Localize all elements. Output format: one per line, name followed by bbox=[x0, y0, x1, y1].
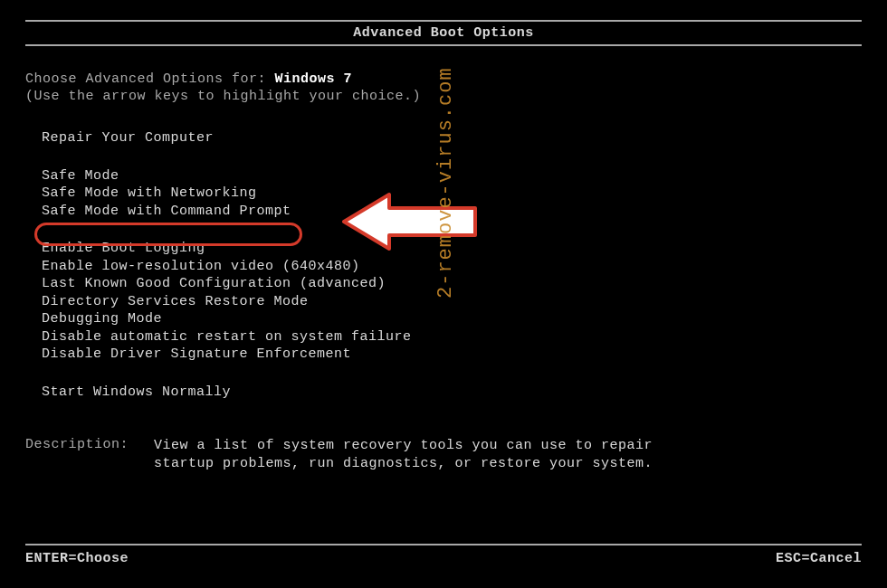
footer-enter: ENTER=Choose bbox=[25, 551, 129, 566]
footer-esc: ESC=Cancel bbox=[776, 551, 862, 566]
menu-item-ds-restore[interactable]: Directory Services Restore Mode bbox=[42, 293, 862, 311]
menu-item-safe-mode-cmd[interactable]: Safe Mode with Command Prompt bbox=[42, 203, 862, 221]
intro-hint: (Use the arrow keys to highlight your ch… bbox=[25, 89, 862, 104]
intro-os: Windows 7 bbox=[275, 71, 353, 87]
menu-item-low-res[interactable]: Enable low-resolution video (640x480) bbox=[42, 258, 862, 276]
intro-line: Choose Advanced Options for: Windows 7 bbox=[25, 71, 862, 87]
description-text: View a list of system recovery tools you… bbox=[154, 437, 661, 472]
boot-screen: Advanced Boot Options Choose Advanced Op… bbox=[0, 0, 887, 472]
footer: ENTER=Choose ESC=Cancel bbox=[25, 544, 862, 566]
menu-item-boot-logging[interactable]: Enable Boot Logging bbox=[42, 240, 862, 258]
menu-group-safemode: Safe Mode Safe Mode with Networking Safe… bbox=[42, 167, 862, 221]
menu-item-repair[interactable]: Repair Your Computer bbox=[42, 129, 862, 147]
title-bar: Advanced Boot Options bbox=[25, 20, 862, 46]
menu-item-safe-mode-networking[interactable]: Safe Mode with Networking bbox=[42, 185, 862, 203]
menu-item-start-normally[interactable]: Start Windows Normally bbox=[42, 384, 862, 402]
intro-prefix: Choose Advanced Options for: bbox=[25, 71, 275, 87]
page-title: Advanced Boot Options bbox=[353, 25, 534, 41]
description-block: Description: View a list of system recov… bbox=[25, 437, 862, 472]
menu-item-debugging[interactable]: Debugging Mode bbox=[42, 310, 862, 328]
menu-item-safe-mode[interactable]: Safe Mode bbox=[42, 167, 862, 185]
description-label: Description: bbox=[25, 437, 129, 472]
menu-item-disable-driver-sig[interactable]: Disable Driver Signature Enforcement bbox=[42, 346, 862, 364]
menu-group-repair: Repair Your Computer bbox=[42, 129, 862, 147]
menu-item-last-known[interactable]: Last Known Good Configuration (advanced) bbox=[42, 275, 862, 293]
menu-group-normal: Start Windows Normally bbox=[42, 384, 862, 402]
menu-item-disable-restart[interactable]: Disable automatic restart on system fail… bbox=[42, 328, 862, 346]
footer-divider bbox=[25, 544, 862, 545]
menu-group-advanced: Enable Boot Logging Enable low-resolutio… bbox=[42, 240, 862, 364]
